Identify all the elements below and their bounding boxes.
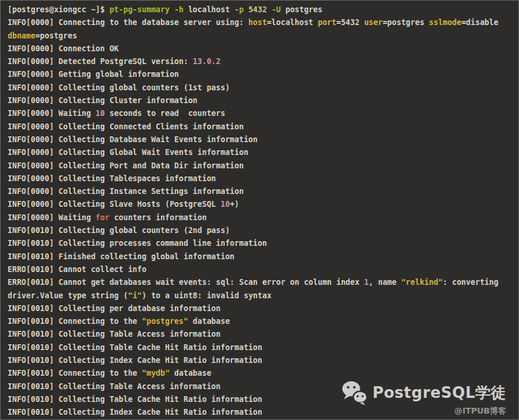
- text-segment: driver.Value type string (: [8, 291, 128, 300]
- terminal-line: INFO[0000] Collecting Connected Clients …: [8, 121, 513, 133]
- text-segment: [267, 5, 272, 14]
- text-segment: , name: [369, 278, 401, 287]
- text-segment: INFO[0010] Collecting Table Access infor…: [8, 330, 220, 338]
- text-segment: user: [364, 18, 383, 27]
- terminal-line: INFO[0000] Connection OK: [8, 43, 513, 55]
- text-segment: [170, 5, 174, 14]
- text-segment: INFO[0010] Collecting Table Cache Hit Ra…: [8, 343, 262, 352]
- terminal-line: INFO[0000] Detected PostgreSQL version: …: [8, 55, 513, 68]
- text-segment: INFO[0010] Collecting per database infor…: [8, 304, 220, 313]
- text-segment: INFO[0010] Collecting Table Cache Hit Ra…: [8, 395, 262, 404]
- text-segment: INFO[0000] Collecting global counters (1…: [8, 83, 230, 92]
- terminal-line: INFO[0000] Connecting to the database se…: [8, 16, 513, 29]
- text-segment: INFO[0010] Finished collecting global in…: [8, 252, 234, 261]
- text-segment: counters information: [110, 213, 207, 222]
- terminal-line: INFO[0010] Collecting global counters (2…: [8, 224, 513, 237]
- terminal-line: INFO[0000] Collecting Port and Data Dir …: [8, 160, 513, 172]
- text-segment: -h: [174, 5, 184, 14]
- terminal-line: INFO[0010] Finished collecting global in…: [8, 250, 513, 263]
- text-segment: INFO[0010] Collecting Table Access infor…: [8, 382, 220, 391]
- terminal-line: INFO[0000] Waiting for counters informat…: [8, 211, 513, 224]
- text-segment: 13.0.2: [193, 57, 221, 66]
- text-segment: 10: [96, 109, 105, 118]
- terminal-line: INFO[0010] Connecting to the "postgres" …: [8, 315, 513, 328]
- text-segment: -p: [234, 5, 244, 14]
- terminal-line: INFO[0010] Collecting Table Cache Hit Ra…: [8, 341, 513, 354]
- text-segment: =postgres: [383, 18, 429, 27]
- text-segment: INFO[0000] Collecting Instance Settings …: [8, 187, 244, 196]
- text-segment: INFO[0000] Collecting Slave Hosts (Postg…: [8, 200, 220, 209]
- text-segment: INFO[0000] Collecting Global Wait Events…: [8, 148, 248, 157]
- text-segment: "i": [128, 291, 142, 300]
- terminal-line: ERRO[0010] Cannot collect info: [8, 263, 513, 276]
- text-segment: INFO[0000] Detected PostgreSQL version:: [8, 57, 193, 66]
- text-segment: "postgres": [142, 317, 188, 326]
- text-segment: [244, 5, 248, 14]
- text-segment: ERRO[0010] Cannot get databases wait eve…: [8, 278, 364, 287]
- text-segment: for: [96, 213, 110, 222]
- text-segment: INFO[0010] Collecting global counters (2…: [8, 226, 230, 235]
- text-segment: postgres: [281, 5, 322, 14]
- terminal-line: INFO[0010] Connecting to the "mydb" data…: [8, 367, 513, 380]
- text-segment: INFO[0010] Collecting processes command …: [8, 239, 267, 248]
- text-segment: database: [188, 317, 230, 326]
- terminal-line: INFO[0000] Collecting Tablespaces inform…: [8, 172, 513, 185]
- text-segment: INFO[0000] Waiting: [8, 109, 96, 118]
- terminal-line: INFO[0000] Collecting global counters (1…: [8, 82, 513, 94]
- text-segment: 10: [220, 200, 230, 209]
- text-segment: pt-pg-summary: [110, 5, 170, 14]
- terminal-line: driver.Value type string ("i") to a uint…: [8, 290, 513, 302]
- text-segment: host: [248, 18, 267, 27]
- terminal-line: INFO[0010] Collecting Table Access infor…: [8, 328, 513, 341]
- text-segment: INFO[0000] Collecting Cluster informatio…: [8, 96, 198, 105]
- terminal-line: dbname=postgres: [8, 30, 513, 43]
- terminal-line: INFO[0010] Collecting per database infor…: [8, 302, 513, 315]
- watermark-title: PostgreSQL学徒: [373, 383, 506, 403]
- text-segment: localhost: [184, 5, 234, 14]
- text-segment: INFO[0010] Collecting Index Cache Hit Ra…: [8, 408, 262, 417]
- watermark-subtitle: @ITPUB博客: [454, 406, 506, 417]
- text-segment: INFO[0000] Connection OK: [8, 44, 119, 53]
- terminal-output: [postgres@xiongcc ~]$ pt-pg-summary -h l…: [0, 0, 519, 420]
- terminal-line: INFO[0000] Collecting Slave Hosts (Postg…: [8, 198, 513, 211]
- terminal-line: [postgres@xiongcc ~]$ pt-pg-summary -h l…: [8, 3, 513, 16]
- text-segment: port: [318, 18, 336, 27]
- text-segment: INFO[0000] Getting global information: [8, 70, 179, 79]
- text-segment: 5432: [248, 5, 267, 14]
- text-segment: INFO[0000] Collecting Port and Data Dir …: [8, 161, 244, 170]
- text-segment: INFO[0010] Connecting to the: [8, 369, 142, 377]
- text-segment: INFO[0010] Collecting Index Cache Hit Ra…: [8, 356, 262, 365]
- wechat-icon: [341, 380, 368, 405]
- text-segment: ) to a uint8: invalid syntax: [142, 291, 271, 300]
- text-segment: INFO[0000] Collecting Tablespaces inform…: [8, 174, 216, 183]
- text-segment: "mydb": [142, 369, 170, 377]
- terminal-line: ERRO[0010] Cannot get databases wait eve…: [8, 276, 513, 289]
- text-segment: seconds to read counters: [105, 109, 225, 118]
- terminal-line: INFO[0010] Collecting Index Cache Hit Ra…: [8, 354, 513, 367]
- text-segment: -U: [272, 5, 281, 14]
- terminal-line: INFO[0000] Collecting Instance Settings …: [8, 185, 513, 198]
- watermark-main: PostgreSQL学徒: [341, 380, 506, 405]
- text-segment: =5432: [336, 18, 364, 27]
- text-segment: : converting: [443, 278, 498, 287]
- text-segment: ERRO[0010] Cannot collect info: [8, 265, 146, 274]
- terminal-line: INFO[0010] Collecting processes command …: [8, 237, 513, 250]
- text-segment: INFO[0000] Connecting to the database se…: [8, 18, 248, 27]
- text-segment: INFO[0000] Waiting: [8, 213, 96, 222]
- watermark: PostgreSQL学徒 @ITPUB博客: [341, 380, 506, 417]
- terminal-line: INFO[0000] Collecting Database Wait Even…: [8, 133, 513, 146]
- text-segment: =disable: [461, 18, 499, 27]
- terminal-line: INFO[0000] Collecting Global Wait Events…: [8, 146, 513, 159]
- terminal-line: INFO[0000] Getting global information: [8, 68, 513, 81]
- text-segment: INFO[0000] Collecting Database Wait Even…: [8, 135, 258, 144]
- text-segment: "relkind": [401, 278, 443, 287]
- terminal-line: INFO[0000] Collecting Cluster informatio…: [8, 94, 513, 107]
- text-segment: =postgres: [36, 31, 77, 40]
- text-segment: database: [170, 369, 211, 377]
- terminal-line: INFO[0000] Waiting 10 seconds to read co…: [8, 107, 513, 120]
- text-segment: INFO[0000] Collecting Connected Clients …: [8, 122, 244, 131]
- text-segment: sslmode: [429, 18, 462, 27]
- text-segment: [postgres@xiongcc ~]$: [8, 5, 110, 14]
- text-segment: INFO[0010] Connecting to the: [8, 317, 142, 326]
- text-segment: dbname: [8, 31, 36, 40]
